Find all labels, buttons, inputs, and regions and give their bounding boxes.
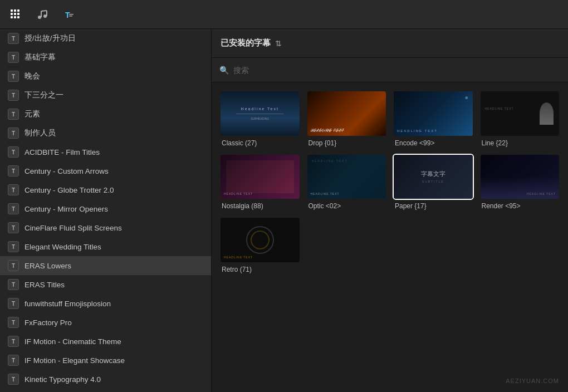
sidebar-label: Kinetic Typography 4.0 <box>25 375 101 384</box>
grid-item-drop[interactable]: HEADLINE TEXT Drop {01} <box>307 91 386 147</box>
grid-label-classic: Classic (27) <box>221 139 300 147</box>
grid-item-classic[interactable]: Headline Text SUBHEADING Classic (27) <box>221 91 300 147</box>
sidebar-item-item-mirror[interactable]: T Century - Mirror Openers <box>0 199 211 218</box>
music-icon[interactable] <box>33 6 51 23</box>
t-icon: T <box>8 146 19 158</box>
t-icon: T <box>8 52 19 63</box>
t-icon: T <box>8 317 19 328</box>
sidebar-label: Century - Globe Trotter 2.0 <box>25 186 114 194</box>
main-layout: T 授/出故/升功日 T 基础字幕 T 晚会 T 下三分之一 T 元素 T 制作… <box>0 29 568 392</box>
search-bar: 🔍 <box>212 58 568 82</box>
grid-label-drop: Drop {01} <box>307 139 386 147</box>
t-icon: T <box>8 336 19 347</box>
sidebar-item-item-globe-trotter[interactable]: T Century - Globe Trotter 2.0 <box>0 180 211 199</box>
sidebar-item-item-lower3rd[interactable]: T 下三分之一 <box>0 86 211 105</box>
grid-item-optic[interactable]: HEADLINE TEXT HEADLINE TEXT Optic <02> <box>307 155 386 210</box>
sidebar-item-item-if-elegant[interactable]: T IF Motion - Elegant Showcase <box>0 351 211 370</box>
sidebar: T 授/出故/升功日 T 基础字幕 T 晚会 T 下三分之一 T 元素 T 制作… <box>0 29 212 392</box>
thumbnail-nostalgia[interactable]: HEADLINE TEXT <box>221 155 300 199</box>
t-icon: T <box>8 260 19 271</box>
sidebar-item-item-element[interactable]: T 元素 <box>0 105 211 124</box>
grid-view-icon[interactable] <box>7 6 25 23</box>
sidebar-item-item-eras-titles[interactable]: T ERAS Titles <box>0 275 211 294</box>
grid-container: Headline Text SUBHEADING Classic (27) HE… <box>212 82 568 392</box>
grid-item-encode[interactable]: HEADLINE TEXT ⬤ Encode <99> <box>394 91 473 147</box>
sidebar-label: Century - Custom Arrows <box>25 167 109 175</box>
t-icon: T <box>8 355 19 366</box>
thumbnail-drop[interactable]: HEADLINE TEXT <box>307 91 386 136</box>
sidebar-item-item-eras-lowers[interactable]: T ERAS Lowers <box>0 256 211 275</box>
thumbnail-line[interactable]: HEADLINE TEXT <box>481 91 560 136</box>
sidebar-item-item-fxfactory[interactable]: T FxFactory Pro <box>0 313 211 332</box>
svg-rect-2 <box>17 9 19 12</box>
thumbnail-encode[interactable]: HEADLINE TEXT ⬤ <box>394 91 473 136</box>
grid-label-retro: Retro (71) <box>221 266 300 273</box>
sort-icon[interactable]: ⇅ <box>275 39 282 48</box>
sidebar-item-item-if-cinematic[interactable]: T IF Motion - Cinematic Theme <box>0 332 211 351</box>
t-icon: T <box>8 298 19 309</box>
sidebar-label: 基础字幕 <box>25 52 56 62</box>
sidebar-label: ERAS Titles <box>25 281 65 289</box>
sidebar-item-item-funwithstuff[interactable]: T funwithstuff Emojisplosion <box>0 294 211 313</box>
sidebar-label: Century - Mirror Openers <box>25 205 108 213</box>
sidebar-label: 授/出故/升功日 <box>25 33 76 43</box>
sidebar-item-item-basic[interactable]: T 基础字幕 <box>0 48 211 67</box>
grid-item-nostalgia[interactable]: HEADLINE TEXT Nostalgia (88) <box>221 155 300 210</box>
thumbnail-classic[interactable]: Headline Text SUBHEADING <box>221 91 300 136</box>
content-header: 已安装的字幕 ⇅ <box>212 29 568 58</box>
content-area: 已安装的字幕 ⇅ 🔍 Headline Text SUBHEADING Clas… <box>212 29 568 392</box>
sidebar-label: 元素 <box>25 109 40 119</box>
sidebar-item-item-custom-arrows[interactable]: T Century - Custom Arrows <box>0 161 211 180</box>
grid-label-nostalgia: Nostalgia (88) <box>221 202 300 210</box>
t-icon: T <box>8 222 19 233</box>
svg-rect-0 <box>11 9 13 12</box>
grid-item-paper[interactable]: 字幕文字 SUBTITLE Paper {17} <box>394 155 473 210</box>
t-icon: T <box>8 33 19 44</box>
sidebar-label: Elegant Wedding Titles <box>25 243 101 251</box>
svg-rect-15 <box>69 14 74 15</box>
sidebar-label: ACIDBITE - Film Titles <box>25 148 100 156</box>
svg-rect-1 <box>14 9 16 12</box>
svg-line-13 <box>41 11 47 11</box>
sidebar-label: funwithstuff Emojisplosion <box>25 300 111 308</box>
thumbnail-render[interactable]: HEADLINE TEXT <box>481 155 560 199</box>
sidebar-label: CineFlare Fluid Split Screens <box>25 224 122 232</box>
toolbar: T <box>0 0 568 29</box>
t-icon: T <box>8 128 19 139</box>
sidebar-item-item-cineflare[interactable]: T CineFlare Fluid Split Screens <box>0 218 211 237</box>
thumbnail-paper[interactable]: 字幕文字 SUBTITLE <box>394 155 473 199</box>
sidebar-item-item-credits[interactable]: T 制作人员 <box>0 124 211 143</box>
t-icon: T <box>8 374 19 385</box>
thumbnail-grid: Headline Text SUBHEADING Classic (27) HE… <box>221 91 559 285</box>
t-icon: T <box>8 71 19 82</box>
svg-rect-3 <box>11 13 13 15</box>
sidebar-item-item-elegant-wedding[interactable]: T Elegant Wedding Titles <box>0 237 211 256</box>
search-icon: 🔍 <box>219 66 229 75</box>
grid-item-line[interactable]: HEADLINE TEXT Line {22} <box>481 91 560 147</box>
t-icon: T <box>8 109 19 120</box>
sidebar-item-item-fail[interactable]: T 授/出故/升功日 <box>0 29 211 48</box>
t-icon: T <box>8 203 19 214</box>
grid-item-render[interactable]: HEADLINE TEXT Render <95> <box>481 155 560 210</box>
thumbnail-retro[interactable]: HEADLINE TEXT <box>221 218 300 262</box>
sidebar-item-item-kinetic[interactable]: T Kinetic Typography 4.0 <box>0 370 211 389</box>
text-icon[interactable]: T <box>60 6 78 23</box>
svg-rect-7 <box>14 16 16 18</box>
sidebar-label: 制作人员 <box>25 128 56 138</box>
svg-rect-8 <box>17 16 19 18</box>
svg-rect-5 <box>17 13 19 15</box>
svg-rect-4 <box>14 13 16 15</box>
grid-item-retro[interactable]: HEADLINE TEXT Retro (71) <box>221 218 300 273</box>
sidebar-label: IF Motion - Cinematic Theme <box>25 337 121 346</box>
sidebar-label: 晚会 <box>25 71 40 81</box>
svg-text:T: T <box>65 11 70 19</box>
t-icon: T <box>8 279 19 290</box>
t-icon: T <box>8 184 19 195</box>
thumbnail-optic[interactable]: HEADLINE TEXT HEADLINE TEXT <box>307 155 386 199</box>
sidebar-label: 下三分之一 <box>25 90 63 100</box>
sidebar-item-item-acidbite[interactable]: T ACIDBITE - Film Titles <box>0 143 211 161</box>
sidebar-item-item-modern[interactable]: T Modern Call-Outs <box>0 389 211 392</box>
search-input[interactable] <box>233 66 560 75</box>
sidebar-item-item-party[interactable]: T 晚会 <box>0 67 211 86</box>
grid-label-encode: Encode <99> <box>394 139 473 147</box>
